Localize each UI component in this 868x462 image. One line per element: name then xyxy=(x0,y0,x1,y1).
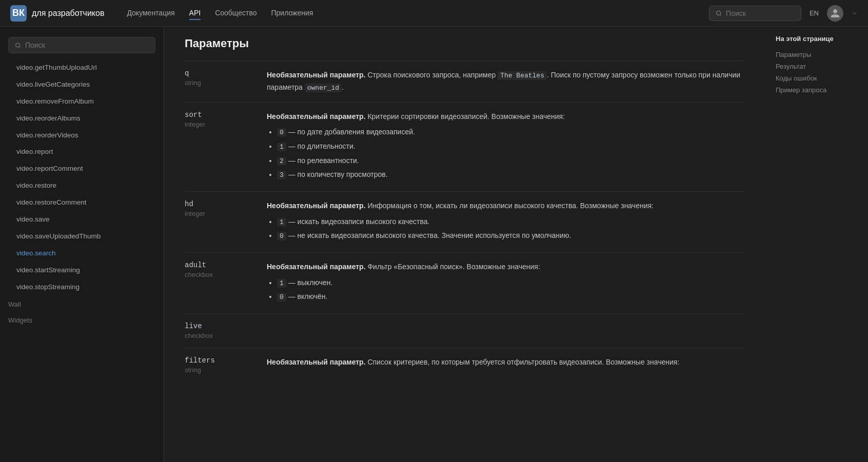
param-left-q: q string xyxy=(185,69,257,94)
param-row-filters: filters string Необязательный параметр. … xyxy=(185,348,745,382)
param-row-sort: sort integer Необязательный параметр. Кр… xyxy=(185,102,745,192)
sidebar-item-saveuploadedthumb[interactable]: video.saveUploadedThumb xyxy=(0,228,164,245)
list-item: 0 — не искать видеозаписи высокого качес… xyxy=(277,230,745,242)
user-avatar[interactable] xyxy=(827,5,843,22)
param-desc-sort: Необязательный параметр. Критерии сортир… xyxy=(267,111,745,184)
nav-apps[interactable]: Приложения xyxy=(271,7,313,20)
inline-code-beatles: The Beatles xyxy=(498,71,547,80)
sidebar-item-report[interactable]: video.report xyxy=(0,144,164,160)
adult-code-0: 0 xyxy=(277,293,286,302)
sidebar-item-reportcomment[interactable]: video.reportComment xyxy=(0,160,164,177)
param-type-filters: string xyxy=(185,366,257,374)
sidebar-item-reorderalbums[interactable]: video.reorderAlbums xyxy=(0,110,164,127)
sidebar-search-icon xyxy=(15,42,21,49)
param-type-live: checkbox xyxy=(185,332,257,339)
param-optional-hd: Необязательный параметр. xyxy=(267,202,366,210)
header: ВК для разработчиков Документация API Со… xyxy=(0,0,868,27)
sort-code-1: 1 xyxy=(277,143,286,151)
sidebar: video.getThumbUploadUrl video.liveGetCat… xyxy=(0,27,164,462)
param-left-hd: hd integer xyxy=(185,200,257,244)
header-logo[interactable]: ВК для разработчиков xyxy=(10,5,104,22)
param-desc-hd: Необязательный параметр. Информация о то… xyxy=(267,200,745,244)
list-item: 0 — включён. xyxy=(277,291,745,303)
sort-code-0: 0 xyxy=(277,128,286,137)
param-list-sort: 0 — по дате добавления видеозаписей. 1 —… xyxy=(267,126,745,181)
hd-code-0: 0 xyxy=(277,232,286,240)
svg-point-2 xyxy=(16,43,20,47)
language-button[interactable]: EN xyxy=(810,9,819,17)
param-name-live: live xyxy=(185,322,257,330)
param-optional-q: Необязательный параметр. xyxy=(267,71,366,79)
nav-community[interactable]: Сообщество xyxy=(215,7,257,20)
header-nav: Документация API Сообщество Приложения xyxy=(127,7,313,20)
right-nav-params[interactable]: Параметры xyxy=(776,49,858,61)
param-table: q string Необязательный параметр. Строка… xyxy=(185,61,745,382)
list-item: 1 — искать видеозаписи высокого качества… xyxy=(277,216,745,228)
param-optional-adult: Необязательный параметр. xyxy=(267,263,366,271)
sort-code-2: 2 xyxy=(277,157,286,166)
param-name-q: q xyxy=(185,69,257,77)
param-desc-filters: Необязательный параметр. Список критерие… xyxy=(267,356,745,374)
right-nav: На этой странице Параметры Результат Код… xyxy=(765,27,868,462)
svg-line-3 xyxy=(19,46,20,47)
param-left-sort: sort integer xyxy=(185,111,257,184)
param-list-adult: 1 — выключен. 0 — включён. xyxy=(267,277,745,304)
sidebar-category-wall[interactable]: Wall xyxy=(0,295,164,311)
list-item: 3 — по количеству просмотров. xyxy=(277,169,745,181)
header-search[interactable] xyxy=(709,6,801,21)
header-right: EN xyxy=(709,5,858,22)
sidebar-search-box[interactable] xyxy=(8,37,155,53)
param-type-adult: checkbox xyxy=(185,271,257,278)
param-row-hd: hd integer Необязательный параметр. Инфо… xyxy=(185,191,745,252)
hd-code-1: 1 xyxy=(277,218,286,227)
param-name-sort: sort xyxy=(185,111,257,119)
right-nav-errors[interactable]: Коды ошибок xyxy=(776,72,858,84)
logo-text: для разработчиков xyxy=(32,9,104,18)
vk-icon: ВК xyxy=(10,5,27,22)
list-item: 0 — по дате добавления видеозаписей. xyxy=(277,126,745,138)
sidebar-item-search[interactable]: video.search xyxy=(0,245,164,262)
sidebar-item-livegetcategories[interactable]: video.liveGetCategories xyxy=(0,76,164,93)
page-title: Параметры xyxy=(185,37,745,50)
svg-line-1 xyxy=(720,14,721,15)
sidebar-item-getthumbuploadurl[interactable]: video.getThumbUploadUrl xyxy=(0,59,164,76)
param-desc-q: Необязательный параметр. Строка поисково… xyxy=(267,69,745,94)
sidebar-item-restore[interactable]: video.restore xyxy=(0,177,164,194)
sidebar-item-reordervideos[interactable]: video.reorderVideos xyxy=(0,127,164,144)
param-name-filters: filters xyxy=(185,356,257,365)
param-name-adult: adult xyxy=(185,261,257,269)
sidebar-item-startstreaming[interactable]: video.startStreaming xyxy=(0,262,164,279)
right-nav-example[interactable]: Пример запроса xyxy=(776,84,858,96)
param-row-adult: adult checkbox Необязательный параметр. … xyxy=(185,252,745,313)
list-item: 1 — по длительности. xyxy=(277,140,745,153)
search-icon xyxy=(716,10,722,17)
param-desc-adult: Необязательный параметр. Фильтр «Безопас… xyxy=(267,261,745,305)
sidebar-item-save[interactable]: video.save xyxy=(0,211,164,228)
sidebar-item-stopstreaming[interactable]: video.stopStreaming xyxy=(0,279,164,296)
list-item: 1 — выключен. xyxy=(277,277,745,289)
sidebar-item-restorecomment[interactable]: video.restoreComment xyxy=(0,194,164,211)
header-search-input[interactable] xyxy=(726,9,795,17)
nav-documentation[interactable]: Документация xyxy=(127,7,174,20)
param-optional-filters: Необязательный параметр. xyxy=(267,358,366,366)
param-optional-sort: Необязательный параметр. xyxy=(267,112,366,120)
main-content: Параметры q string Необязательный параме… xyxy=(164,27,765,462)
svg-point-0 xyxy=(716,11,720,15)
param-list-hd: 1 — искать видеозаписи высокого качества… xyxy=(267,216,745,243)
list-item: 2 — по релевантности. xyxy=(277,155,745,167)
nav-api[interactable]: API xyxy=(189,7,201,20)
main-layout: video.getThumbUploadUrl video.liveGetCat… xyxy=(0,27,868,462)
param-row-live: live checkbox xyxy=(185,313,745,348)
param-left-live: live checkbox xyxy=(185,322,257,339)
chevron-down-icon xyxy=(852,10,858,16)
sidebar-search-input[interactable] xyxy=(25,41,149,49)
param-type-sort: integer xyxy=(185,120,257,128)
sidebar-category-widgets[interactable]: Widgets xyxy=(0,311,164,327)
param-left-adult: adult checkbox xyxy=(185,261,257,305)
adult-code-1: 1 xyxy=(277,279,286,288)
param-left-filters: filters string xyxy=(185,356,257,374)
param-row-q: q string Необязательный параметр. Строка… xyxy=(185,61,745,102)
sidebar-item-removefromalbum[interactable]: video.removeFromAlbum xyxy=(0,93,164,110)
param-type-q: string xyxy=(185,79,257,87)
right-nav-result[interactable]: Результат xyxy=(776,61,858,72)
